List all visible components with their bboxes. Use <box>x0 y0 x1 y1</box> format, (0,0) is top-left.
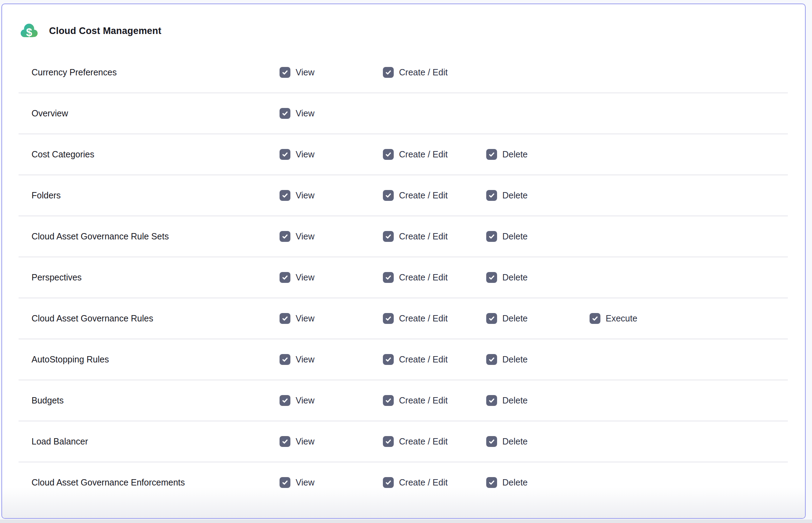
permission-label: Create / Edit <box>399 477 448 488</box>
check-icon <box>385 69 392 76</box>
checkbox[interactable] <box>280 436 290 447</box>
permission-delete: Delete <box>486 149 590 160</box>
checkbox[interactable] <box>383 477 394 488</box>
permission-delete: Delete <box>486 190 590 201</box>
permission-label: Create / Edit <box>399 436 448 447</box>
checkbox[interactable] <box>486 190 497 201</box>
module-header: $ Cloud Cost Management <box>20 23 161 39</box>
permission-view: View <box>280 354 383 365</box>
check-icon <box>488 151 495 158</box>
permission-row: Overview View <box>2 93 805 134</box>
permission-label: Create / Edit <box>399 272 448 283</box>
permission-create-edit: Create / Edit <box>383 67 486 78</box>
check-icon <box>282 69 288 76</box>
checkbox[interactable] <box>280 149 290 160</box>
checkbox[interactable] <box>280 313 290 324</box>
check-icon <box>488 233 495 240</box>
permission-label: Create / Edit <box>399 354 448 365</box>
checkbox[interactable] <box>280 190 290 201</box>
checkbox[interactable] <box>280 354 290 365</box>
permission-label: View <box>296 354 315 365</box>
checkbox[interactable] <box>383 67 394 78</box>
check-icon <box>282 356 288 363</box>
permission-label: Execute <box>606 313 637 324</box>
check-icon <box>282 438 288 445</box>
permission-label: View <box>296 272 315 283</box>
checkbox[interactable] <box>383 313 394 324</box>
checkbox[interactable] <box>280 108 290 119</box>
permission-delete: Delete <box>486 395 590 406</box>
permission-row: AutoStopping Rules ViewCreate / EditDele… <box>2 339 805 380</box>
bottom-background-strip <box>0 519 812 523</box>
checkbox[interactable] <box>280 67 290 78</box>
permission-row: Cost Categories ViewCreate / EditDelete <box>2 134 805 175</box>
permission-create-edit: Create / Edit <box>383 436 486 447</box>
permission-create-edit: Create / Edit <box>383 354 486 365</box>
checkbox[interactable] <box>486 313 497 324</box>
check-icon <box>488 438 495 445</box>
resource-name: Cloud Asset Governance Enforcements <box>2 477 280 488</box>
check-icon <box>282 274 288 281</box>
permission-view: View <box>280 190 383 201</box>
permission-row: Currency Preferences ViewCreate / Edit <box>2 52 805 93</box>
checkbox[interactable] <box>486 354 497 365</box>
resource-name: Cost Categories <box>2 149 280 159</box>
permission-view: View <box>280 436 383 447</box>
check-icon <box>488 192 495 199</box>
check-icon <box>385 151 392 158</box>
checkbox[interactable] <box>280 477 290 488</box>
checkbox[interactable] <box>383 354 394 365</box>
permission-row: Budgets ViewCreate / EditDelete <box>2 380 805 421</box>
resource-name: AutoStopping Rules <box>2 354 280 365</box>
permission-label: View <box>296 67 315 77</box>
permission-view: View <box>280 395 383 406</box>
permission-row: Cloud Asset Governance Enforcements View… <box>2 462 805 503</box>
checkbox[interactable] <box>486 149 497 160</box>
check-icon <box>488 274 495 281</box>
checkbox[interactable] <box>383 231 394 242</box>
permission-delete: Delete <box>486 477 590 488</box>
checkbox[interactable] <box>383 272 394 283</box>
permission-label: View <box>296 477 315 488</box>
permission-view: View <box>280 477 383 488</box>
permission-label: View <box>296 436 315 447</box>
permission-delete: Delete <box>486 272 590 283</box>
check-icon <box>592 315 598 322</box>
checkbox[interactable] <box>590 313 600 324</box>
checkbox[interactable] <box>280 395 290 406</box>
checkbox[interactable] <box>486 395 497 406</box>
permission-label: Delete <box>502 354 528 365</box>
cloud-dollar-icon: $ <box>20 23 38 39</box>
cloud-cost-management-permissions-panel: $ Cloud Cost Management Currency Prefere… <box>1 4 806 519</box>
permission-create-edit: Create / Edit <box>383 149 486 160</box>
checkbox[interactable] <box>280 272 290 283</box>
permission-label: Delete <box>502 231 528 242</box>
checkbox[interactable] <box>486 436 497 447</box>
permission-view: View <box>280 149 383 160</box>
permission-row: Load Balancer ViewCreate / EditDelete <box>2 421 805 462</box>
permission-view: View <box>280 272 383 283</box>
checkbox[interactable] <box>383 190 394 201</box>
permission-delete: Delete <box>486 354 590 365</box>
permission-label: Create / Edit <box>399 313 448 324</box>
checkbox[interactable] <box>383 436 394 447</box>
checkbox[interactable] <box>486 231 497 242</box>
permission-label: Delete <box>502 395 528 406</box>
check-icon <box>385 479 392 486</box>
permission-label: View <box>296 231 315 242</box>
checkbox[interactable] <box>280 231 290 242</box>
permission-delete: Delete <box>486 313 590 324</box>
checkbox[interactable] <box>486 477 497 488</box>
check-icon <box>282 192 288 199</box>
permission-view: View <box>280 231 383 242</box>
checkbox[interactable] <box>383 149 394 160</box>
resource-name: Load Balancer <box>2 436 280 447</box>
permission-row: Cloud Asset Governance Rule Sets ViewCre… <box>2 216 805 257</box>
permission-create-edit: Create / Edit <box>383 190 486 201</box>
checkbox[interactable] <box>486 272 497 283</box>
checkbox[interactable] <box>383 395 394 406</box>
permission-execute: Execute <box>590 313 805 324</box>
permission-delete: Delete <box>486 231 590 242</box>
resource-name: Folders <box>2 190 280 201</box>
resource-name: Cloud Asset Governance Rule Sets <box>2 231 280 242</box>
